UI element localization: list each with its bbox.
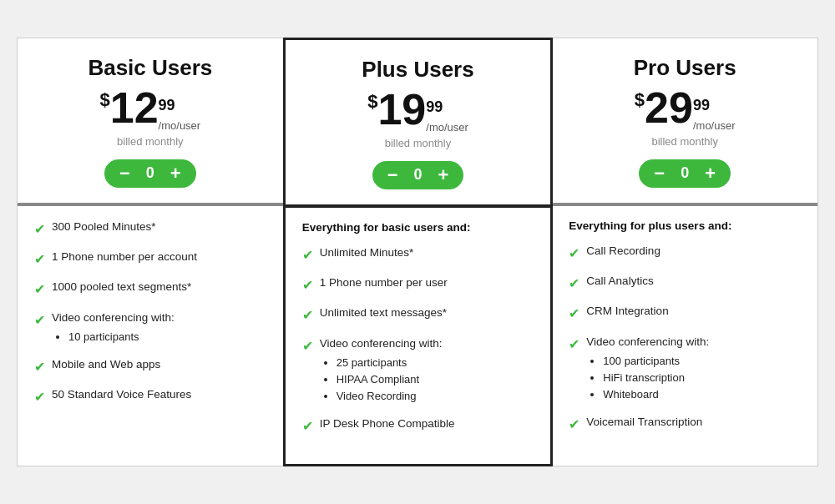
plan-name-pro: Pro Users [565, 55, 804, 81]
price-row-basic: $1299/mo/user [31, 86, 270, 133]
price-row-plus: $1999/mo/user [299, 88, 538, 134]
check-icon-basic-4: ✔ [34, 358, 45, 376]
price-amount-plus: 19 [377, 88, 426, 131]
feature-item-pro-3: ✔Video conferencing with:100 participant… [569, 335, 801, 404]
price-dollar-basic: $ [100, 89, 110, 111]
stepper-value-pro: 0 [678, 164, 691, 182]
feature-item-basic-1: ✔1 Phone number per account [34, 249, 266, 269]
billed-text-basic: billed monthly [31, 135, 270, 148]
sub-item-pro-3-2: Whiteboard [603, 387, 801, 402]
features-subtitle-pro: Everything for plus users and: [569, 219, 801, 232]
feature-label-basic-3: Video conferencing with: [52, 311, 175, 324]
check-icon-plus-2: ✔ [302, 306, 313, 325]
plan-name-plus: Plus Users [299, 57, 538, 83]
feature-item-basic-0: ✔300 Pooled Minutes* [34, 219, 266, 239]
feature-label-plus-1: 1 Phone number per user [320, 276, 448, 289]
features-subtitle-plus: Everything for basic users and: [302, 221, 534, 234]
feature-text-pro-0: Call Recording [586, 244, 801, 260]
feature-item-pro-2: ✔CRM Integration [569, 304, 801, 323]
price-amount-pro: 29 [645, 86, 693, 129]
sub-item-plus-3-0: 25 participants [337, 355, 534, 370]
stepper-pro[interactable]: −0+ [639, 159, 731, 188]
feature-text-plus-0: Unlimited Minutes* [320, 245, 534, 261]
feature-item-pro-0: ✔Call Recording [569, 244, 801, 263]
check-icon-basic-5: ✔ [34, 388, 45, 406]
check-icon-pro-3: ✔ [569, 335, 579, 354]
feature-item-plus-2: ✔Unlimited text messages* [302, 305, 534, 325]
billed-text-plus: billed monthly [299, 137, 538, 149]
check-icon-pro-0: ✔ [569, 244, 579, 263]
stepper-minus-plus[interactable]: − [387, 166, 398, 184]
stepper-basic[interactable]: −0+ [104, 159, 196, 188]
feature-label-plus-4: IP Desk Phone Compatible [320, 417, 455, 430]
stepper-minus-basic[interactable]: − [119, 164, 130, 183]
features-plus: Everything for basic users and:✔Unlimite… [286, 208, 551, 464]
check-icon-plus-3: ✔ [302, 337, 313, 355]
plan-col-plus: Plus Users$1999/mo/userbilled monthly−0+… [283, 38, 554, 466]
price-suffix-pro: 99/mo/user [693, 96, 736, 133]
feature-item-plus-0: ✔Unlimited Minutes* [302, 245, 534, 265]
feature-label-pro-1: Call Analytics [586, 275, 653, 287]
plan-header-plus: Plus Users$1999/mo/userbilled monthly−0+ [286, 40, 551, 207]
stepper-minus-pro[interactable]: − [654, 164, 665, 183]
stepper-plus[interactable]: −0+ [372, 161, 464, 189]
feature-item-pro-1: ✔Call Analytics [569, 274, 801, 293]
feature-text-basic-3: Video conferencing with:10 participants [52, 310, 266, 346]
feature-label-pro-3: Video conferencing with: [586, 335, 709, 348]
feature-label-basic-1: 1 Phone number per account [52, 250, 197, 263]
check-icon-pro-4: ✔ [569, 416, 579, 434]
price-dollar-plus: $ [367, 91, 377, 113]
feature-label-basic-2: 1000 pooled text segments* [52, 280, 191, 293]
sub-item-pro-3-1: HiFi transcription [603, 370, 801, 386]
check-icon-plus-0: ✔ [302, 246, 313, 265]
check-icon-basic-0: ✔ [34, 220, 45, 239]
check-icon-pro-1: ✔ [569, 275, 579, 293]
stepper-value-plus: 0 [412, 166, 425, 184]
feature-label-pro-0: Call Recording [586, 244, 660, 257]
billed-text-pro: billed monthly [565, 135, 804, 148]
plan-header-pro: Pro Users$2999/mo/userbilled monthly−0+ [552, 38, 817, 205]
price-amount-basic: 12 [110, 86, 159, 129]
plan-col-basic: Basic Users$1299/mo/userbilled monthly−0… [18, 38, 284, 465]
feature-text-basic-5: 50 Standard Voice Features [52, 387, 266, 403]
feature-text-basic-4: Mobile and Web apps [52, 357, 266, 373]
feature-item-pro-4: ✔Voicemail Transcription [569, 415, 801, 434]
feature-label-plus-0: Unlimited Minutes* [320, 246, 414, 259]
sub-list-basic-3: 10 participants [55, 330, 266, 345]
feature-label-basic-5: 50 Standard Voice Features [52, 388, 191, 401]
check-icon-basic-2: ✔ [34, 280, 45, 299]
stepper-plus-pro[interactable]: + [705, 164, 716, 183]
feature-label-pro-2: CRM Integration [586, 305, 668, 317]
check-icon-basic-1: ✔ [34, 250, 45, 269]
sub-item-plus-3-2: Video Recording [337, 389, 534, 404]
feature-item-basic-5: ✔50 Standard Voice Features [34, 387, 266, 406]
plan-name-basic: Basic Users [31, 55, 270, 81]
feature-text-pro-2: CRM Integration [586, 304, 801, 320]
feature-text-plus-4: IP Desk Phone Compatible [320, 416, 534, 432]
feature-text-pro-3: Video conferencing with:100 participants… [586, 335, 801, 404]
feature-text-basic-0: 300 Pooled Minutes* [52, 219, 266, 235]
sub-item-basic-3-0: 10 participants [68, 330, 266, 345]
stepper-plus-plus[interactable]: + [438, 166, 449, 184]
feature-text-pro-4: Voicemail Transcription [586, 415, 801, 431]
feature-item-basic-4: ✔Mobile and Web apps [34, 357, 266, 376]
features-pro: Everything for plus users and:✔Call Reco… [552, 206, 817, 466]
stepper-value-basic: 0 [144, 164, 157, 182]
price-suffix-plus: 99/mo/user [426, 98, 468, 134]
feature-label-basic-4: Mobile and Web apps [52, 358, 160, 370]
stepper-plus-basic[interactable]: + [170, 164, 181, 183]
features-basic: ✔300 Pooled Minutes*✔1 Phone number per … [18, 206, 283, 466]
check-icon-pro-2: ✔ [569, 305, 579, 323]
feature-item-basic-3: ✔Video conferencing with:10 participants [34, 310, 266, 346]
feature-text-basic-2: 1000 pooled text segments* [52, 280, 266, 295]
price-row-pro: $2999/mo/user [565, 86, 804, 133]
feature-label-pro-4: Voicemail Transcription [586, 416, 702, 428]
check-icon-plus-1: ✔ [302, 276, 313, 295]
plan-col-pro: Pro Users$2999/mo/userbilled monthly−0+E… [552, 38, 817, 465]
sub-list-plus-3: 25 participantsHIPAA CompliantVideo Reco… [323, 355, 534, 405]
feature-text-basic-1: 1 Phone number per account [52, 249, 266, 265]
feature-item-plus-1: ✔1 Phone number per user [302, 275, 534, 295]
price-suffix-basic: 99/mo/user [159, 96, 201, 133]
feature-item-basic-2: ✔1000 pooled text segments* [34, 280, 266, 299]
feature-text-plus-2: Unlimited text messages* [320, 305, 534, 321]
